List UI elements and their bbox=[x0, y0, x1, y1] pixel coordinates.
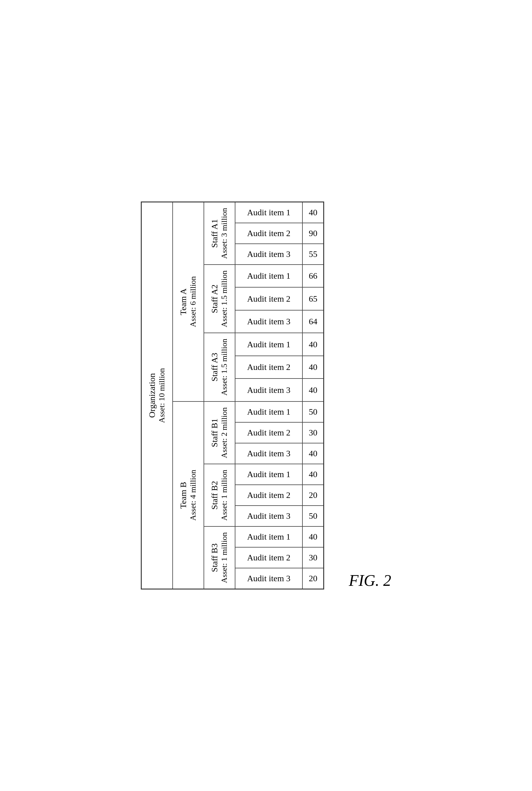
audit-item-label-1-1-0: Audit item 1 bbox=[235, 464, 302, 485]
audit-item-value-0-0-1: 90 bbox=[302, 223, 324, 244]
audit-item-label-1-0-1: Audit item 2 bbox=[235, 422, 302, 443]
audit-item-value-1-0-1: 30 bbox=[302, 422, 324, 443]
audit-item-label-0-0-1: Audit item 2 bbox=[235, 223, 302, 244]
staff-cell-0-1: Staff A2Asset: 1.5 million bbox=[204, 265, 235, 333]
staff-asset-1-2: Asset: 1 million bbox=[220, 532, 229, 583]
team-asset-0: Asset: 6 million bbox=[189, 276, 197, 327]
audit-item-label-0-2-1: Audit item 2 bbox=[235, 356, 302, 379]
audit-item-label-1-2-0: Audit item 1 bbox=[235, 526, 302, 547]
staff-asset-0-2: Asset: 1.5 million bbox=[220, 339, 229, 396]
team-name-1: Team B bbox=[178, 482, 188, 508]
audit-item-label-0-2-2: Audit item 3 bbox=[235, 378, 302, 401]
audit-item-label-0-1-2: Audit item 3 bbox=[235, 310, 302, 333]
audit-item-label-1-1-1: Audit item 2 bbox=[235, 485, 302, 506]
audit-item-value-0-2-2: 40 bbox=[302, 378, 324, 401]
staff-name-0-2: Staff A3 bbox=[210, 353, 219, 381]
audit-item-value-1-2-2: 20 bbox=[302, 568, 324, 589]
audit-item-label-1-1-2: Audit item 3 bbox=[235, 506, 302, 526]
audit-item-label-0-1-1: Audit item 2 bbox=[235, 287, 302, 310]
staff-asset-1-0: Asset: 2 million bbox=[220, 407, 229, 458]
team-cell-0: Team AAsset: 6 million bbox=[173, 202, 204, 401]
org-cell: OrganizationAsset: 10 million bbox=[141, 202, 173, 589]
audit-item-value-0-1-0: 66 bbox=[302, 265, 324, 287]
audit-item-label-1-2-2: Audit item 3 bbox=[235, 568, 302, 589]
audit-item-value-0-1-1: 65 bbox=[302, 287, 324, 310]
page-container: OrganizationAsset: 10 millionTeam AAsset… bbox=[0, 0, 532, 791]
figure-area: OrganizationAsset: 10 millionTeam AAsset… bbox=[141, 202, 391, 590]
org-name: Organization bbox=[147, 373, 157, 418]
staff-name-0-1: Staff A2 bbox=[210, 284, 219, 313]
team-asset-1: Asset: 4 million bbox=[189, 470, 197, 521]
audit-item-value-1-0-0: 50 bbox=[302, 401, 324, 422]
staff-cell-0-0: Staff A1Asset: 3 million bbox=[204, 202, 235, 265]
staff-cell-0-2: Staff A3Asset: 1.5 million bbox=[204, 333, 235, 401]
staff-asset-0-1: Asset: 1.5 million bbox=[220, 270, 229, 327]
audit-item-value-0-2-1: 40 bbox=[302, 356, 324, 379]
staff-cell-1-2: Staff B3Asset: 1 million bbox=[204, 526, 235, 589]
audit-item-label-0-2-0: Audit item 1 bbox=[235, 333, 302, 356]
audit-item-value-1-0-2: 40 bbox=[302, 443, 324, 464]
audit-item-value-1-2-1: 30 bbox=[302, 547, 324, 568]
staff-name-1-2: Staff B3 bbox=[210, 544, 219, 572]
staff-name-1-1: Staff B2 bbox=[210, 481, 219, 510]
staff-asset-0-0: Asset: 3 million bbox=[220, 208, 229, 259]
staff-name-0-0: Staff A1 bbox=[210, 219, 219, 248]
audit-item-value-0-0-0: 40 bbox=[302, 202, 324, 223]
audit-item-label-1-0-0: Audit item 1 bbox=[235, 401, 302, 422]
audit-item-value-1-1-2: 50 bbox=[302, 506, 324, 526]
staff-cell-1-1: Staff B2Asset: 1 million bbox=[204, 464, 235, 526]
audit-item-value-1-2-0: 40 bbox=[302, 526, 324, 547]
audit-item-value-0-1-2: 64 bbox=[302, 310, 324, 333]
audit-item-label-0-0-0: Audit item 1 bbox=[235, 202, 302, 223]
audit-item-label-1-0-2: Audit item 3 bbox=[235, 443, 302, 464]
audit-item-value-0-0-2: 55 bbox=[302, 244, 324, 265]
org-asset: Asset: 10 million bbox=[157, 368, 166, 423]
audit-item-value-1-1-0: 40 bbox=[302, 464, 324, 485]
team-name-0: Team A bbox=[178, 288, 188, 315]
staff-cell-1-0: Staff B1Asset: 2 million bbox=[204, 401, 235, 464]
fig-label: FIG. 2 bbox=[349, 571, 391, 589]
audit-item-value-0-2-0: 40 bbox=[302, 333, 324, 356]
audit-item-label-0-1-0: Audit item 1 bbox=[235, 265, 302, 287]
team-cell-1: Team BAsset: 4 million bbox=[173, 401, 204, 589]
staff-name-1-0: Staff B1 bbox=[210, 418, 219, 447]
audit-item-label-0-0-2: Audit item 3 bbox=[235, 244, 302, 265]
audit-item-label-1-2-1: Audit item 2 bbox=[235, 547, 302, 568]
audit-item-value-1-1-1: 20 bbox=[302, 485, 324, 506]
main-table: OrganizationAsset: 10 millionTeam AAsset… bbox=[141, 202, 324, 590]
staff-asset-1-1: Asset: 1 million bbox=[220, 470, 229, 521]
